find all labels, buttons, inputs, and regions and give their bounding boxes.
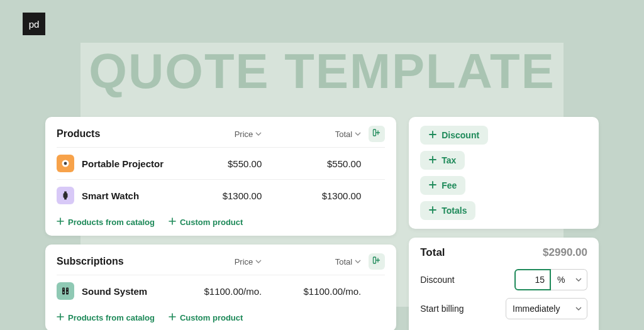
svg-point-2 [64,162,67,165]
chevron-down-icon [255,257,262,267]
plus-icon [429,180,436,190]
total-label: Total [420,246,445,259]
products-from-catalog-button[interactable]: Products from catalog [57,217,155,227]
svg-rect-0 [374,129,376,136]
product-price: $1100.00/mo. [180,286,262,297]
plus-icon [169,313,176,322]
start-billing-select[interactable]: Immediately [506,298,587,319]
add-column-icon [372,256,381,267]
add-column-icon [372,128,381,140]
svg-point-12 [67,292,68,293]
chevron-down-icon [255,129,262,139]
table-row[interactable]: Smart Watch $1300.00 $1300.00 [57,179,385,211]
add-column-button[interactable] [369,126,385,142]
product-name: Sound System [82,286,147,297]
right-column: Discount Tax Fee Totals Total $2990.00 D… [409,117,599,330]
subscriptions-title: Subscriptions [57,256,175,267]
table-row[interactable]: Portable Projector $550.00 $550.00 [57,147,385,179]
svg-rect-3 [64,193,68,198]
svg-rect-6 [374,257,376,263]
add-discount-button[interactable]: Discount [420,126,488,145]
chevron-down-icon [355,257,361,267]
subscriptions-actions: Products from catalog Custom product [57,307,385,322]
discount-row: Discount % [420,269,587,290]
banner-title: QUOTE TEMPLATE [80,47,564,96]
projector-icon [57,155,74,172]
product-name: Smart Watch [82,190,139,201]
add-tax-button[interactable]: Tax [420,151,465,170]
plus-icon [169,217,176,227]
product-total: $550.00 [267,158,361,169]
plus-icon [429,130,436,140]
add-column-button[interactable] [369,253,385,270]
svg-point-10 [67,289,68,290]
products-title: Products [57,128,175,140]
products-total-column[interactable]: Total [267,129,361,139]
product-total: $1300.00 [267,190,361,201]
product-total: $1100.00/mo. [267,286,361,297]
main-layout: Products Price Total [45,117,599,330]
subscriptions-price-column[interactable]: Price [180,257,262,267]
svg-rect-7 [62,288,65,295]
svg-rect-5 [64,198,67,200]
total-card: Total $2990.00 Discount % Start billing … [409,238,599,330]
products-from-catalog-button[interactable]: Products from catalog [57,313,155,322]
svg-rect-8 [66,288,69,295]
table-row[interactable]: Sound System $1100.00/mo. $1100.00/mo. [57,275,385,307]
start-billing-label: Start billing [420,304,464,314]
products-actions: Products from catalog Custom product [57,211,385,227]
subscriptions-header: Subscriptions Price Total [57,253,385,275]
left-column: Products Price Total [45,117,396,330]
products-card: Products Price Total [45,117,396,236]
add-totals-button[interactable]: Totals [420,201,475,220]
discount-input[interactable] [514,269,551,290]
watch-icon [57,187,74,204]
brand-logo-text: pd [29,19,40,30]
product-price: $1300.00 [180,190,262,201]
brand-logo: pd [23,13,45,35]
speaker-icon [57,282,74,300]
plus-icon [429,155,436,165]
add-fee-button[interactable]: Fee [420,176,465,195]
summary-add-card: Discount Tax Fee Totals [409,117,599,229]
start-billing-row: Start billing Immediately [420,298,587,319]
chevron-down-icon [575,304,582,314]
custom-product-button[interactable]: Custom product [169,217,243,227]
products-header: Products Price Total [57,126,385,147]
svg-point-11 [63,292,64,293]
chevron-down-icon [575,275,582,285]
total-line: Total $2990.00 [420,246,587,259]
svg-point-9 [63,289,64,290]
custom-product-button[interactable]: Custom product [169,313,243,322]
plus-icon [57,313,64,322]
total-value: $2990.00 [543,246,587,259]
products-price-column[interactable]: Price [180,129,262,139]
subscriptions-card: Subscriptions Price Total [45,245,396,330]
plus-icon [429,206,436,216]
product-price: $550.00 [180,158,262,169]
product-name: Portable Projector [82,158,164,169]
discount-unit-select[interactable]: % [551,269,587,290]
discount-label: Discount [420,275,454,285]
plus-icon [57,217,64,227]
svg-rect-4 [64,192,67,194]
chevron-down-icon [355,129,361,139]
subscriptions-total-column[interactable]: Total [267,257,361,267]
